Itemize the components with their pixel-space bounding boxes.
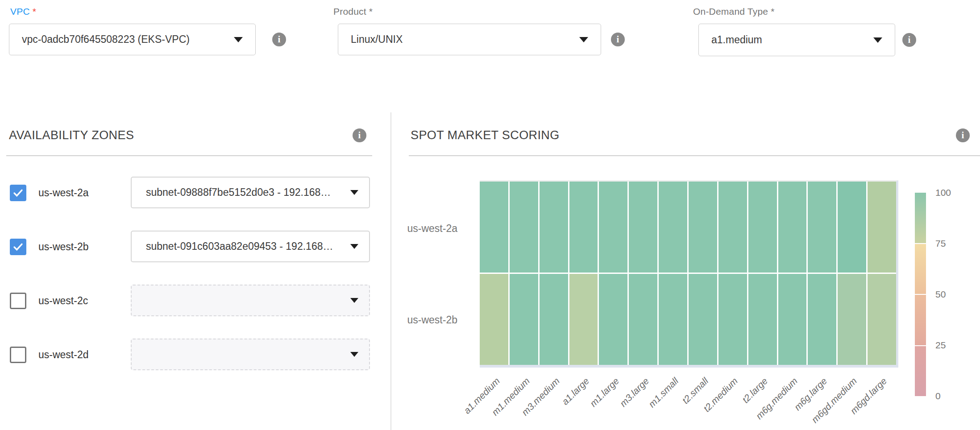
heatmap-cell — [540, 182, 568, 273]
heatmap-cell — [480, 274, 508, 365]
heatmap-cell — [629, 182, 657, 273]
heatmap-cell — [569, 274, 598, 365]
y-axis-label: us-west-2b — [388, 314, 457, 326]
color-scale-segment — [915, 346, 926, 397]
chevron-down-icon — [350, 352, 358, 357]
color-scale-bar — [915, 193, 926, 396]
zone-label: us-west-2d — [38, 347, 88, 363]
color-scale-segment — [915, 244, 926, 294]
heatmap-cell — [748, 274, 777, 365]
product-select-value: Linux/UNIX — [338, 33, 579, 45]
heatmap-cell — [808, 182, 836, 273]
color-scale-segment — [915, 193, 926, 243]
heatmap-cell — [599, 274, 627, 365]
spot-market-scoring-title: SPOT MARKET SCORING — [411, 128, 560, 142]
heatmap-cell — [718, 182, 747, 273]
vpc-label: VPC * — [10, 6, 36, 17]
heatmap-cell — [868, 182, 896, 273]
heatmap-cell — [510, 274, 538, 365]
on-demand-type-label: On-Demand Type * — [693, 6, 775, 17]
on-demand-type-select[interactable]: a1.medium — [698, 24, 895, 56]
zone-checkbox[interactable] — [10, 347, 26, 363]
zone-checkbox[interactable] — [10, 293, 26, 309]
vpc-required-asterisk: * — [33, 6, 36, 17]
zone-checkbox[interactable] — [10, 185, 26, 201]
chevron-down-icon — [873, 37, 882, 43]
heatmap-cell — [510, 182, 538, 273]
heatmap-cell — [689, 274, 717, 365]
heatmap-cell — [659, 182, 687, 273]
subnet-select[interactable]: subnet-09888f7be5152d0e3 - 192.168… — [131, 177, 370, 208]
page: VPC * vpc-0adcb70f645508223 (EKS-VPC) i … — [0, 0, 980, 430]
color-scale-tick: 0 — [935, 390, 941, 402]
heatmap-cell — [838, 274, 866, 365]
heatmap-cell — [659, 274, 687, 365]
on-demand-type-select-value: a1.medium — [699, 34, 873, 46]
color-scale-tick: 100 — [935, 187, 951, 198]
heatmap-cell — [778, 182, 807, 273]
heatmap-cell — [689, 182, 717, 273]
heatmap-cell — [838, 182, 866, 273]
heatmap-cell — [540, 274, 568, 365]
zone-label: us-west-2c — [38, 293, 88, 309]
subnet-select[interactable] — [131, 339, 370, 370]
spot-score-heatmap — [480, 180, 898, 368]
spot-market-scoring-info-icon[interactable]: i — [956, 128, 970, 142]
color-scale-tick: 25 — [935, 339, 946, 351]
vpc-label-text: VPC — [10, 6, 30, 17]
product-info-icon[interactable]: i — [611, 33, 625, 46]
color-scale-segment — [915, 295, 926, 345]
color-scale-tick: 50 — [935, 289, 946, 300]
vpc-info-icon[interactable]: i — [272, 33, 286, 46]
availability-zones-title: AVAILABILITY ZONES — [9, 128, 134, 142]
heatmap-cell — [569, 182, 598, 273]
checkmark-icon — [12, 241, 24, 253]
section-divider — [6, 155, 372, 156]
vpc-select-value: vpc-0adcb70f645508223 (EKS-VPC) — [9, 33, 234, 45]
heatmap-cell — [480, 182, 508, 273]
zone-label: us-west-2b — [38, 239, 88, 255]
heatmap-cell — [868, 274, 896, 365]
on-demand-type-label-text: On-Demand Type — [693, 6, 768, 17]
vpc-select[interactable]: vpc-0adcb70f645508223 (EKS-VPC) — [9, 24, 256, 55]
zone-checkbox[interactable] — [10, 239, 26, 255]
product-select[interactable]: Linux/UNIX — [338, 24, 601, 55]
chevron-down-icon — [350, 190, 358, 195]
color-scale-tick: 75 — [935, 238, 946, 249]
product-required-asterisk: * — [369, 6, 373, 17]
heatmap-cell — [629, 274, 657, 365]
chevron-down-icon — [234, 37, 243, 42]
heatmap-cell — [599, 182, 627, 273]
subnet-select[interactable]: subnet-091c603aa82e09453 - 192.168… — [131, 231, 370, 262]
heatmap-cell — [778, 274, 807, 365]
on-demand-type-required-asterisk: * — [771, 6, 774, 17]
on-demand-type-info-icon[interactable]: i — [902, 33, 916, 47]
chevron-down-icon — [350, 244, 358, 249]
y-axis-label: us-west-2a — [388, 223, 457, 235]
heatmap-cell — [808, 274, 836, 365]
section-divider — [409, 155, 980, 156]
chevron-down-icon — [350, 298, 358, 303]
subnet-select-value: subnet-091c603aa82e09453 - 192.168… — [132, 240, 350, 252]
heatmap-cell — [748, 182, 777, 273]
product-label-text: Product — [333, 6, 366, 17]
chevron-down-icon — [579, 37, 588, 42]
product-label: Product * — [333, 6, 373, 17]
subnet-select[interactable] — [131, 285, 370, 316]
checkmark-icon — [12, 187, 24, 199]
subnet-select-value: subnet-09888f7be5152d0e3 - 192.168… — [132, 186, 350, 198]
zone-label: us-west-2a — [38, 185, 88, 201]
heatmap-cell — [718, 274, 747, 365]
vertical-divider — [390, 112, 391, 430]
availability-zones-info-icon[interactable]: i — [353, 128, 366, 142]
